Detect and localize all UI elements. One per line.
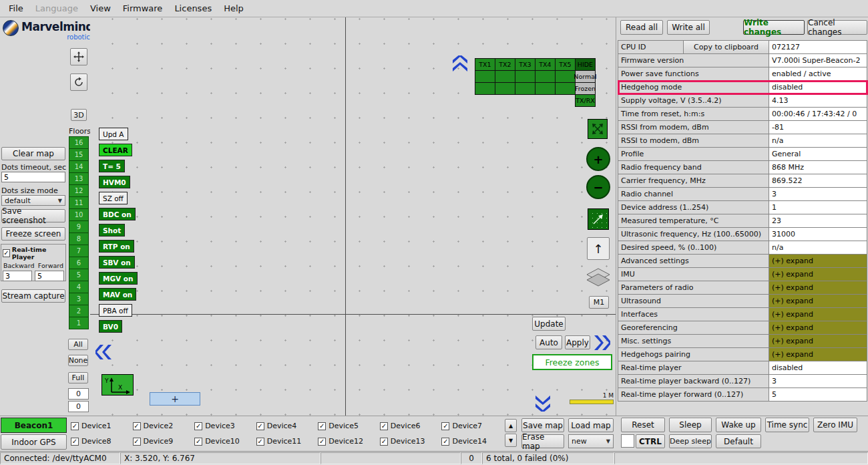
device-toggle-device7[interactable]: ✓Device7 <box>441 422 503 430</box>
save-screenshot-button[interactable]: Save screenshot <box>1 209 65 222</box>
checkbox-checked-icon[interactable]: ✓ <box>318 438 326 446</box>
device-toggle-device4[interactable]: ✓Device4 <box>256 422 318 430</box>
write-all-button[interactable]: Write all <box>667 20 710 35</box>
tx-cell[interactable] <box>535 70 556 83</box>
tx-cell[interactable] <box>555 82 576 95</box>
device-toggle-device5[interactable]: ✓Device5 <box>318 422 380 430</box>
row-value-supply-voltage-v-3-5-4-2[interactable]: 4.13 <box>769 94 867 108</box>
map-button-rtp-on[interactable]: RTP on <box>99 240 134 253</box>
dots-size-mode-select[interactable]: default ▼ <box>1 195 65 206</box>
row-value-cpu-id[interactable]: 072127 <box>769 41 867 54</box>
checkbox-checked-icon[interactable]: ✓ <box>133 422 141 430</box>
checkbox-checked-icon[interactable]: ✓ <box>256 438 264 446</box>
device-toggle-device1[interactable]: ✓Device1 <box>71 422 133 430</box>
dots-timeout-input[interactable] <box>1 172 65 182</box>
floor-14[interactable]: 14 <box>69 161 89 173</box>
tx-cell[interactable] <box>475 70 495 83</box>
freeze-screen-button[interactable]: Freeze screen <box>1 227 65 241</box>
map-button-mav-on[interactable]: MAV on <box>99 288 136 301</box>
pan-right-icon[interactable] <box>592 334 610 351</box>
checkbox-checked-icon[interactable]: ✓ <box>380 422 388 430</box>
update-button[interactable]: Update <box>532 317 566 331</box>
floor-16[interactable]: 16 <box>69 137 89 149</box>
checkbox-checked-icon[interactable]: ✓ <box>194 438 202 446</box>
map-button-clear[interactable]: CLEAR <box>99 144 132 156</box>
device-toggle-device3[interactable]: ✓Device3 <box>194 422 256 430</box>
row-value-rssi-to-modem-dbm[interactable]: n/a <box>769 134 867 148</box>
checkbox-checked-icon[interactable]: ✓ <box>380 438 388 446</box>
map-button-bdc-on[interactable]: BDC on <box>99 208 136 220</box>
floor-10[interactable]: 10 <box>69 209 89 221</box>
row-value-radio-channel[interactable]: 3 <box>769 188 867 201</box>
load-map-button[interactable]: Load map <box>568 418 614 432</box>
floor-12[interactable]: 12 <box>69 185 89 197</box>
device-scroll-up-button[interactable]: ▲ <box>505 419 517 432</box>
m1-button[interactable]: M1 <box>589 296 609 309</box>
floor-2[interactable]: 2 <box>69 305 89 317</box>
map-button-shot[interactable]: Shot <box>99 224 125 237</box>
pan-left-icon[interactable] <box>95 343 114 361</box>
dots-mode-button[interactable] <box>588 208 609 230</box>
row-value-measured-temperature-c[interactable]: 23 <box>769 214 867 228</box>
device-toggle-device9[interactable]: ✓Device9 <box>133 437 195 446</box>
expand-button-misc-settings[interactable]: (+) expand <box>769 335 867 348</box>
device-toggle-device11[interactable]: ✓Device11 <box>256 437 318 446</box>
read-all-button[interactable]: Read all <box>620 20 663 35</box>
floor-11[interactable]: 11 <box>69 197 89 209</box>
expand-button-georeferencing[interactable]: (+) expand <box>769 321 867 335</box>
expand-button-hedgehogs-pairing[interactable]: (+) expand <box>769 348 867 361</box>
device-toggle-device14[interactable]: ✓Device14 <box>441 437 503 446</box>
map-select[interactable]: new ▼ <box>568 434 614 448</box>
tx-hide-button[interactable]: HIDE <box>575 58 596 71</box>
floor-5[interactable]: 5 <box>69 269 89 281</box>
row-value-real-time-player-forward-0-127[interactable]: 5 <box>769 388 867 402</box>
row-value-carrier-frequency-mhz[interactable]: 869.522 <box>769 174 867 188</box>
row-value-rssi-from-modem-dbm[interactable]: -81 <box>769 121 867 134</box>
checkbox-checked-icon[interactable]: ✓ <box>3 249 10 257</box>
pan-up-icon[interactable] <box>451 55 469 74</box>
view-3d-button[interactable]: 3D <box>71 109 87 121</box>
reset-button[interactable]: Reset <box>621 418 665 432</box>
row-value-time-from-reset-h-m-s[interactable]: 00:00:46 / 17:43:42 / 0 <box>769 108 867 121</box>
checkbox-checked-icon[interactable]: ✓ <box>71 422 79 430</box>
menu-licenses[interactable]: Licenses <box>168 1 218 16</box>
map-area[interactable]: Upd ACLEART= 5HVM0SZ offBDC onShotRTP on… <box>90 17 616 416</box>
map-button-bv0[interactable]: BV0 <box>99 320 122 333</box>
checkbox-checked-icon[interactable]: ✓ <box>318 422 326 430</box>
floor-15[interactable]: 15 <box>69 149 89 161</box>
checkbox-checked-icon[interactable]: ✓ <box>71 438 79 446</box>
menu-view[interactable]: View <box>84 1 117 16</box>
floor-counter-2[interactable]: 0 <box>68 401 89 412</box>
row-value-desired-speed-0-100[interactable]: n/a <box>769 241 867 255</box>
cancel-changes-button[interactable]: Cancel changes <box>807 20 867 35</box>
beacon1-tab[interactable]: Beacon1 <box>1 418 67 433</box>
save-map-button[interactable]: Save map <box>521 418 564 432</box>
floors-full-button[interactable]: Full <box>68 372 88 383</box>
map-button-pba-off[interactable]: PBA off <box>99 304 132 317</box>
checkbox-checked-icon[interactable]: ✓ <box>441 422 449 430</box>
zoom-out-button[interactable]: − <box>586 175 610 199</box>
forward-input[interactable] <box>35 271 64 281</box>
indoor-gps-tab[interactable]: Indoor GPS <box>1 434 67 450</box>
copy-to-clipboard-button[interactable]: Copy to clipboard <box>684 41 769 54</box>
expand-button-interfaces[interactable]: (+) expand <box>769 308 867 321</box>
expand-button-imu[interactable]: (+) expand <box>769 268 867 281</box>
clear-map-button[interactable]: Clear map <box>1 147 65 160</box>
map-button-sz-off[interactable]: SZ off <box>99 192 128 204</box>
expand-button-parameters-of-radio[interactable]: (+) expand <box>769 281 867 295</box>
device-toggle-device6[interactable]: ✓Device6 <box>380 422 442 430</box>
floor-7[interactable]: 7 <box>69 245 89 257</box>
pan-down-icon[interactable] <box>534 393 552 412</box>
realtime-player-checkbox[interactable]: ✓ Real-time Player <box>1 245 65 262</box>
auto-button[interactable]: Auto <box>535 335 562 349</box>
fit-to-screen-button[interactable] <box>588 119 608 139</box>
tx-header-tx2[interactable]: TX2 <box>495 58 515 71</box>
floor-13[interactable]: 13 <box>69 173 89 185</box>
wake-up-button[interactable]: Wake up <box>716 418 761 432</box>
pan-tool-button[interactable] <box>70 48 87 65</box>
floor-counter-1[interactable]: 0 <box>68 388 89 400</box>
floor-6[interactable]: 6 <box>69 257 89 269</box>
sleep-button[interactable]: Sleep <box>669 418 712 432</box>
row-value-real-time-player[interactable]: disabled <box>769 361 867 375</box>
row-value-hedgehog-mode[interactable]: disabled <box>769 81 867 94</box>
